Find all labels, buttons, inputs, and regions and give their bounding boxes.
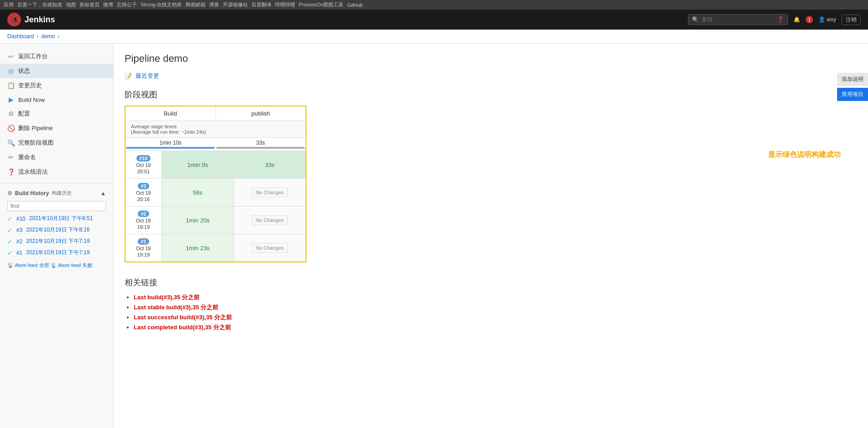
sidebar-label-history: 变更历史	[18, 81, 42, 90]
sidebar-item-full-stage[interactable]: 🔍 完整阶段视图	[0, 136, 113, 150]
build-badge-1[interactable]: #1	[138, 238, 149, 245]
atom-feed-fail[interactable]: Atom feed 失败	[58, 262, 92, 268]
highlight-1: 分之前	[182, 294, 200, 301]
tab-weibo[interactable]: 微博	[103, 1, 113, 8]
stage-avg-row: Average stage times: (Average full run t…	[125, 121, 306, 138]
sidebar-item-rename[interactable]: ✏ 重命名	[0, 150, 113, 165]
recent-changes-label: 最近变更	[135, 72, 159, 80]
breadcrumb-sep-2: ›	[58, 33, 60, 40]
build-badge-2[interactable]: #2	[138, 211, 149, 217]
logout-button[interactable]: 注销	[842, 15, 861, 25]
history-icon: 📋	[7, 82, 15, 89]
sidebar-item-status[interactable]: ◎ 状态	[0, 64, 113, 78]
build-cells-1: 1min 23s No Changes	[162, 234, 306, 262]
related-links-section: 相关链接 Last build(#3),35 分之前 Last stable b…	[125, 277, 857, 332]
sidebar-label-full-stage: 完整阶段视图	[18, 139, 54, 147]
related-links-title: 相关链接	[125, 277, 857, 288]
collapse-icon[interactable]: ▲	[100, 190, 106, 196]
sidebar-item-pipeline-syntax[interactable]: ❓ 流水线语法	[0, 165, 113, 179]
highlight-4: 分之前	[213, 324, 231, 331]
build-cell-10-publish[interactable]: 33s	[234, 151, 306, 178]
tab-new[interactable]: 新标签页	[80, 1, 100, 8]
build-date-label-3: Oct 19	[136, 190, 151, 196]
alert-icon: 🔔	[793, 16, 800, 23]
build-cells-3: 58s No Changes	[162, 179, 306, 206]
build-label-1: #1 Oct 19 19:19	[125, 234, 162, 262]
build-num-1: #1	[16, 250, 22, 256]
delete-icon: 🚫	[7, 125, 15, 132]
build-cell-2-build[interactable]: 1min 20s	[162, 206, 234, 234]
atom-links: 📡 Atom feed 全部 📡 Atom feed 失败	[0, 258, 113, 272]
build-cell-3-build[interactable]: 58s	[162, 179, 234, 206]
question-icon: ❓	[777, 16, 784, 23]
tab-apps[interactable]: 应用	[4, 1, 14, 8]
header-search-box[interactable]: 🔍 ❓	[688, 14, 788, 25]
build-date-10: 2021年10月19日 下午8:51	[29, 215, 93, 222]
stage-view-container: Build publish Average stage times: (Aver…	[125, 106, 306, 262]
back-icon: ↩	[7, 53, 15, 60]
header-right: 🔔 1 👤 wxy 注销	[793, 15, 861, 25]
gear-icon: ⚙	[7, 190, 12, 196]
build-cell-1-build[interactable]: 1min 23s	[162, 234, 234, 262]
syntax-icon: ❓	[7, 168, 15, 176]
tab-strong[interactable]: Strong-在线文档库	[140, 1, 182, 8]
build-row-3: #3 Oct 19 20:16 58s No Changes	[125, 178, 306, 206]
build-history-item-3[interactable]: ✓ #3 2021年10月19日 下午8:16	[0, 224, 113, 236]
sidebar-item-delete[interactable]: 🚫 删除 Pipeline	[0, 121, 113, 136]
jenkins-logo[interactable]: 🎩 Jenkins	[7, 13, 55, 26]
no-changes-box-1: No Changes	[252, 243, 288, 253]
breadcrumb-demo[interactable]: demo	[41, 33, 55, 40]
build-history-item-10[interactable]: ✓ #10 2021年10月19日 下午8:51	[0, 213, 113, 224]
build-cell-10-build[interactable]: 1min 0s	[162, 151, 234, 178]
atom-feed-all[interactable]: Atom feed 全部	[15, 262, 49, 268]
related-link-item-1: Last build(#3),35 分之前	[134, 293, 857, 302]
build-now-icon: ▶	[7, 96, 15, 103]
user-icon[interactable]: 👤 wxy	[818, 16, 836, 23]
search-input[interactable]	[702, 16, 774, 23]
build-history-item-2[interactable]: ✓ #2 2021年10月19日 下午7:19	[0, 236, 113, 247]
build-history-item-1[interactable]: ✓ #1 2021年10月19日 下午7:19	[0, 247, 113, 258]
build-label-3: #3 Oct 19 20:16	[125, 179, 162, 206]
build-date-label-10: Oct 19	[136, 162, 151, 168]
build-badge-10[interactable]: #10	[136, 155, 150, 161]
add-note-button[interactable]: 添加说明	[837, 73, 868, 86]
main-content: Pipeline demo 📝 最近变更 阶段视图 Build publish …	[114, 44, 868, 428]
tab-processon[interactable]: ProcessOn图图工具	[299, 1, 343, 8]
tab-map[interactable]: 地图	[66, 1, 76, 8]
tab-github[interactable]: GitHub	[347, 2, 363, 8]
disable-project-button[interactable]: 禁用项目	[837, 88, 868, 101]
sidebar-item-back[interactable]: ↩ 返回工作台	[0, 49, 113, 64]
build-cell-3-publish: No Changes	[234, 179, 306, 206]
success-icon-10: ✓	[7, 215, 13, 222]
build-history-label: Build History	[15, 190, 49, 196]
highlight-3: 分之前	[214, 314, 232, 321]
tab-bili[interactable]: 哔哩哔哩	[275, 1, 295, 8]
build-history-section: ⚙ Build History 构建历史 ▲ ✓ #10 2021年10月19日…	[0, 183, 113, 272]
sidebar-item-history[interactable]: 📋 变更历史	[0, 78, 113, 93]
sidebar-item-build-now[interactable]: ▶ Build Now	[0, 93, 113, 106]
breadcrumb-dashboard[interactable]: Dashboard	[7, 33, 34, 40]
sidebar-label-back: 返回工作台	[18, 52, 48, 60]
build-history-search[interactable]	[7, 201, 106, 211]
build-badge-3[interactable]: #3	[138, 183, 149, 189]
success-icon-2: ✓	[7, 238, 13, 245]
build-row-1: #1 Oct 19 19:19 1min 23s No Changes	[125, 234, 306, 262]
sidebar-label-delete: 删除 Pipeline	[18, 124, 53, 132]
related-link-item-2: Last stable build(#3),35 分之前	[134, 303, 857, 312]
tab-163[interactable]: 网易邮箱	[186, 1, 206, 8]
tab-baidu[interactable]: 百度一下，你就知道	[17, 1, 62, 8]
recent-changes-icon: 📝	[125, 73, 132, 80]
stage-avg-times: 1min 10s 33s	[125, 138, 306, 147]
tab-mirror[interactable]: 开源镜像站	[223, 1, 248, 8]
build-cell-1-publish: No Changes	[234, 234, 306, 262]
build-row-2: #2 Oct 19 19:19 1min 20s No Changes	[125, 206, 306, 234]
sidebar-item-configure[interactable]: ⚙ 配置	[0, 106, 113, 121]
recent-changes-link[interactable]: 📝 最近变更	[125, 72, 857, 80]
no-changes-box-3: No Changes	[252, 187, 288, 197]
tab-wqgz[interactable]: 忘情公子	[117, 1, 137, 8]
success-icon-1: ✓	[7, 249, 13, 257]
atom-rss-icon-2: 📡	[50, 262, 57, 268]
related-link-item-4: Last completed build(#3),35 分之前	[134, 323, 857, 332]
tab-blog[interactable]: 博客	[209, 1, 219, 8]
tab-fanyi[interactable]: 百度翻译	[251, 1, 271, 8]
